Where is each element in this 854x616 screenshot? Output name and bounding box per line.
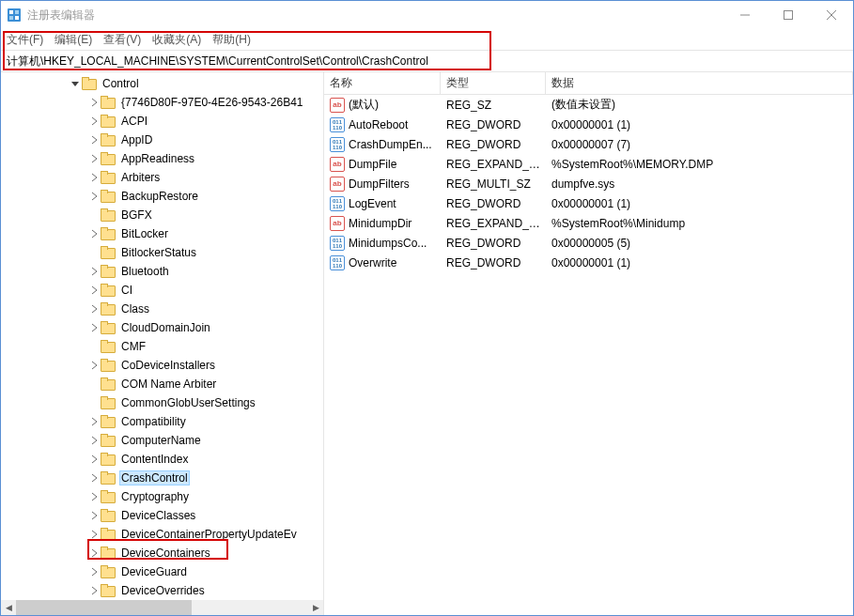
folder-icon	[101, 171, 116, 184]
tree-item[interactable]: DeviceClasses	[1, 506, 323, 525]
tree-item-label: Class	[119, 301, 151, 316]
chevron-right-icon[interactable]	[87, 490, 101, 503]
chevron-right-icon[interactable]	[87, 565, 101, 578]
value-type: REG_MULTI_SZ	[441, 177, 546, 191]
tree-item[interactable]: CMF	[1, 337, 323, 356]
tree-item[interactable]: DeviceContainers	[1, 544, 323, 562]
chevron-right-icon[interactable]	[87, 171, 101, 184]
menu-file[interactable]: 文件(F)	[7, 32, 43, 48]
chevron-right-icon[interactable]	[87, 284, 101, 297]
menu-help[interactable]: 帮助(H)	[212, 32, 251, 48]
tree-item-label: Compatibility	[119, 414, 188, 429]
tree-item-label: CommonGlobUserSettings	[119, 395, 257, 410]
tree-item[interactable]: CoDeviceInstallers	[1, 356, 323, 375]
maximize-button[interactable]	[767, 1, 810, 29]
tree-pane[interactable]: Control{7746D80F-97E0-4E26-9543-26B41ACP…	[1, 72, 324, 615]
value-row[interactable]: 011110MinidumpsCo...REG_DWORD0x00000005 …	[324, 233, 853, 253]
menu-favorites[interactable]: 收藏夹(A)	[152, 32, 201, 48]
binary-value-icon: 011110	[330, 236, 345, 251]
svg-rect-6	[784, 11, 793, 20]
chevron-right-icon[interactable]	[87, 265, 101, 278]
tree-item[interactable]: AppID	[1, 131, 323, 149]
chevron-right-icon[interactable]	[87, 96, 101, 109]
tree-item-label: Arbiters	[119, 170, 162, 185]
tree-item[interactable]: Class	[1, 300, 323, 318]
chevron-right-icon[interactable]	[87, 471, 101, 485]
svg-rect-4	[15, 16, 19, 20]
tree-item[interactable]: CloudDomainJoin	[1, 318, 323, 337]
scroll-left-icon[interactable]: ◀	[1, 600, 16, 615]
tree-item[interactable]: CrashControl	[1, 469, 323, 487]
tree-item-label: DeviceClasses	[119, 508, 197, 523]
tree-item[interactable]: Compatibility	[1, 412, 323, 431]
menu-view[interactable]: 查看(V)	[103, 32, 141, 48]
tree-item[interactable]: {7746D80F-97E0-4E26-9543-26B41	[1, 93, 323, 112]
col-header-name[interactable]: 名称	[324, 72, 441, 94]
folder-icon	[101, 340, 116, 353]
address-input[interactable]	[7, 54, 847, 68]
value-row[interactable]: abDumpFileREG_EXPAND_SZ%SystemRoot%\MEMO…	[324, 154, 853, 174]
tree-item-label: CrashControl	[119, 470, 190, 485]
chevron-right-icon[interactable]	[87, 547, 101, 560]
value-row[interactable]: ab(默认)REG_SZ(数值未设置)	[324, 95, 853, 115]
value-row[interactable]: 011110CrashDumpEn...REG_DWORD0x00000007 …	[324, 134, 853, 154]
value-row[interactable]: abMinidumpDirREG_EXPAND_SZ%SystemRoot%\M…	[324, 213, 853, 233]
tree-item[interactable]: CommonGlobUserSettings	[1, 393, 323, 412]
scrollbar-thumb[interactable]	[16, 600, 192, 615]
chevron-right-icon[interactable]	[87, 152, 101, 165]
tree-item[interactable]: CI	[1, 281, 323, 300]
tree-item[interactable]: DeviceContainerPropertyUpdateEv	[1, 525, 323, 544]
chevron-down-icon[interactable]	[69, 77, 82, 90]
minimize-button[interactable]	[723, 1, 767, 29]
tree-item[interactable]: BackupRestore	[1, 187, 323, 206]
chevron-right-icon[interactable]	[87, 321, 101, 334]
tree-item[interactable]: Arbiters	[1, 168, 323, 187]
tree-item[interactable]: Bluetooth	[1, 262, 323, 281]
chevron-right-icon[interactable]	[87, 434, 101, 447]
values-pane[interactable]: 名称 类型 数据 ab(默认)REG_SZ(数值未设置)011110AutoRe…	[324, 72, 853, 615]
tree-item[interactable]: ComputerName	[1, 431, 323, 450]
value-row[interactable]: 011110AutoRebootREG_DWORD0x00000001 (1)	[324, 115, 853, 134]
folder-icon	[101, 584, 116, 597]
chevron-right-icon[interactable]	[87, 227, 101, 240]
value-row[interactable]: abDumpFiltersREG_MULTI_SZdumpfve.sys	[324, 174, 853, 193]
chevron-right-icon[interactable]	[87, 302, 101, 316]
col-header-data[interactable]: 数据	[546, 72, 853, 94]
tree-item[interactable]: DeviceGuard	[1, 562, 323, 581]
horizontal-scrollbar[interactable]: ◀ ▶	[1, 600, 323, 615]
tree-item[interactable]: BitLocker	[1, 224, 323, 243]
tree-item[interactable]: DeviceOverrides	[1, 581, 323, 600]
scroll-right-icon[interactable]: ▶	[308, 600, 323, 615]
value-row[interactable]: 011110OverwriteREG_DWORD0x00000001 (1)	[324, 253, 853, 272]
folder-icon	[101, 96, 116, 109]
tree-item[interactable]: Control	[1, 74, 323, 93]
value-name: DumpFilters	[349, 177, 410, 191]
tree-item[interactable]: Cryptography	[1, 487, 323, 506]
chevron-right-icon[interactable]	[87, 415, 101, 428]
chevron-right-icon[interactable]	[87, 584, 101, 597]
tree-item-label: ComputerName	[119, 433, 203, 448]
chevron-right-icon[interactable]	[87, 133, 101, 146]
tree-item-label: AppID	[119, 132, 154, 147]
chevron-right-icon[interactable]	[87, 528, 101, 541]
close-button[interactable]	[810, 1, 853, 29]
tree-item-label: {7746D80F-97E0-4E26-9543-26B41	[119, 95, 304, 110]
chevron-right-icon[interactable]	[87, 359, 101, 372]
folder-icon	[101, 284, 116, 297]
tree-item[interactable]: ACPI	[1, 112, 323, 131]
chevron-right-icon[interactable]	[87, 509, 101, 522]
tree-item[interactable]: ContentIndex	[1, 450, 323, 469]
tree-item[interactable]: COM Name Arbiter	[1, 375, 323, 393]
value-row[interactable]: 011110LogEventREG_DWORD0x00000001 (1)	[324, 193, 853, 213]
chevron-right-icon[interactable]	[87, 190, 101, 203]
menubar: 文件(F) 编辑(E) 查看(V) 收藏夹(A) 帮助(H)	[1, 29, 853, 50]
tree-item[interactable]: BitlockerStatus	[1, 243, 323, 262]
menu-edit[interactable]: 编辑(E)	[54, 32, 92, 48]
value-name: MinidumpsCo...	[349, 237, 427, 250]
chevron-right-icon[interactable]	[87, 115, 101, 128]
col-header-type[interactable]: 类型	[441, 72, 546, 94]
value-type: REG_EXPAND_SZ	[441, 217, 546, 230]
chevron-right-icon[interactable]	[87, 453, 101, 466]
tree-item[interactable]: BGFX	[1, 206, 323, 224]
tree-item[interactable]: AppReadiness	[1, 149, 323, 168]
